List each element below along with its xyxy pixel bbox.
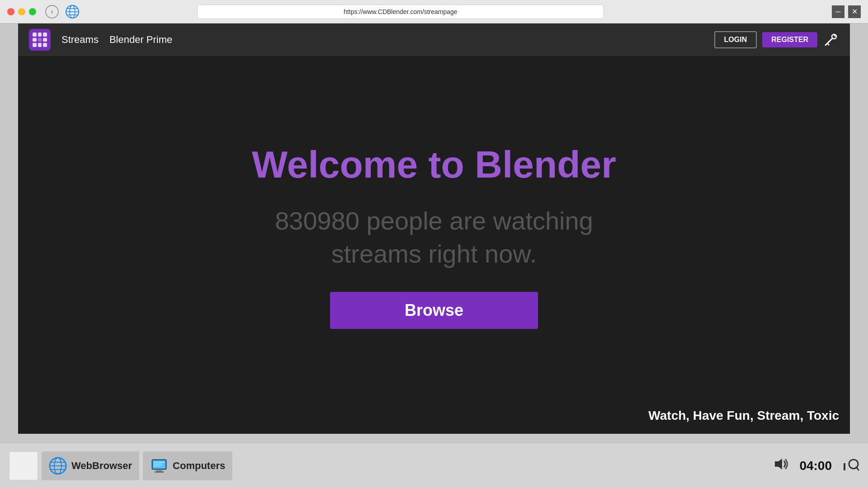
- mac-frame: ‹ https://www.CDBlender.com/streampage ─…: [0, 0, 868, 488]
- svg-rect-17: [156, 469, 162, 471]
- svg-rect-18: [155, 471, 164, 473]
- login-button[interactable]: LOGIN: [714, 31, 757, 48]
- taskbar: WebBrowser Computers: [0, 443, 868, 488]
- window-controls: ─ ✕: [832, 5, 861, 18]
- settings-icon[interactable]: [823, 32, 839, 48]
- maximize-button[interactable]: [29, 8, 36, 15]
- webbrowser-label: WebBrowser: [71, 460, 132, 472]
- browse-button[interactable]: Browse: [330, 292, 538, 329]
- svg-marker-22: [775, 459, 782, 469]
- hero-title: Welcome to Blender: [252, 143, 616, 187]
- taskbar-time: 04:00: [799, 459, 832, 473]
- address-bar[interactable]: https://www.CDBlender.com/streampage: [197, 5, 604, 19]
- nav-right: LOGIN REGISTER: [714, 31, 839, 48]
- webbrowser-icon: [49, 457, 67, 475]
- taskbar-blank-icon: [9, 451, 38, 480]
- volume-icon[interactable]: [772, 455, 790, 477]
- nav-streams[interactable]: Streams: [61, 34, 99, 46]
- tagline: Watch, Have Fun, Stream, Toxic: [648, 408, 839, 423]
- back-button[interactable]: ‹: [45, 5, 59, 19]
- site-logo[interactable]: [29, 29, 51, 51]
- traffic-lights: [7, 8, 36, 15]
- viewer-count: 830980: [275, 206, 359, 235]
- svg-line-8: [827, 43, 829, 45]
- close-win-button[interactable]: ✕: [848, 5, 861, 18]
- url-text: https://www.CDBlender.com/streampage: [344, 8, 457, 15]
- taskbar-webbrowser[interactable]: WebBrowser: [42, 451, 139, 480]
- taskbar-search-icon[interactable]: [841, 457, 859, 475]
- back-icon: ‹: [51, 8, 53, 16]
- viewer-text: people are watchingstreams right now.: [331, 206, 593, 268]
- taskbar-right: 04:00: [772, 455, 859, 477]
- browser-content: Streams Blender Prime LOGIN REGISTER: [18, 23, 850, 434]
- register-button[interactable]: REGISTER: [762, 32, 817, 47]
- hero-section: Welcome to Blender 830980 people are wat…: [18, 56, 850, 434]
- hero-subtitle: 830980 people are watchingstreams right …: [275, 205, 593, 271]
- computers-icon: [150, 457, 168, 475]
- nav-blender-prime[interactable]: Blender Prime: [109, 34, 172, 46]
- svg-rect-23: [844, 463, 845, 470]
- svg-rect-16: [153, 460, 165, 469]
- computers-label: Computers: [173, 460, 225, 472]
- svg-line-25: [856, 467, 859, 470]
- logo-grid-icon: [33, 33, 47, 47]
- minimize-button[interactable]: [18, 8, 25, 15]
- minimize-win-button[interactable]: ─: [832, 5, 844, 18]
- nav-links: Streams Blender Prime: [61, 34, 172, 46]
- browser-globe-icon: [64, 4, 80, 20]
- close-button[interactable]: [7, 8, 14, 15]
- title-bar: ‹ https://www.CDBlender.com/streampage ─…: [0, 0, 868, 23]
- site-nav: Streams Blender Prime LOGIN REGISTER: [18, 23, 850, 56]
- taskbar-computers[interactable]: Computers: [143, 451, 232, 480]
